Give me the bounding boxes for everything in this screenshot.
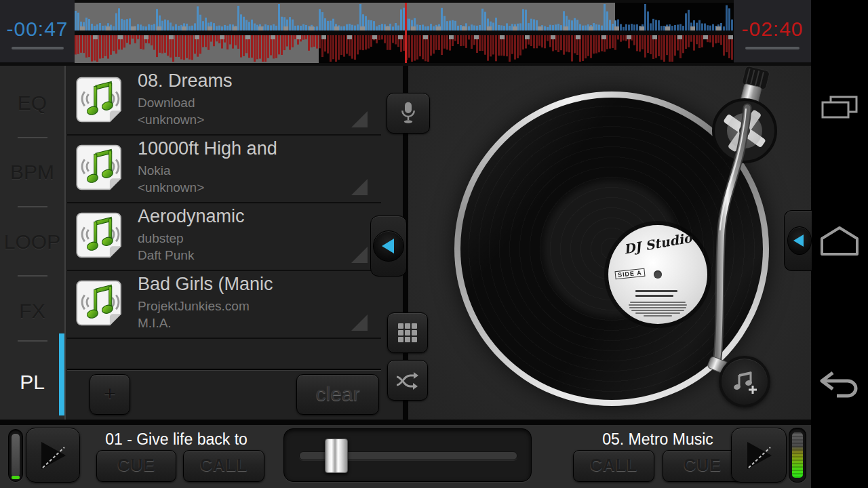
- recent-apps-button[interactable]: [811, 95, 868, 119]
- dj-app-screen: -00:47 -02:40 EQ BPM LOOP FX PL 08. Dre: [0, 0, 868, 488]
- sidebar-separator: [18, 275, 47, 277]
- crossfader-handle[interactable]: [325, 439, 348, 473]
- load-arrow-button[interactable]: [787, 226, 812, 255]
- sidebar-separator: [18, 340, 47, 342]
- track-title: Aerodynamic: [138, 206, 368, 227]
- turntable-deck: DJ Studio SIDE A: [408, 66, 811, 420]
- playlist-row[interactable]: 08. Dreams Download <unknown>: [67, 66, 381, 136]
- playlist-row[interactable]: Bad Girls (Manic ProjektJunkies.com M.I.…: [67, 270, 381, 339]
- microphone-icon: [398, 101, 418, 125]
- label-tracklist-line: [635, 295, 673, 297]
- label-tracklist-line: [635, 290, 677, 292]
- deck-b-call-button[interactable]: CALL: [573, 450, 654, 482]
- record-label: DJ Studio SIDE A: [608, 225, 707, 324]
- waveform-bar: -00:47 -02:40: [0, 0, 811, 66]
- playlist-toolbar-divider: [67, 369, 381, 370]
- back-icon: [818, 371, 861, 403]
- vu-level: [12, 476, 20, 479]
- load-arrow-button[interactable]: [373, 230, 404, 262]
- label-fineprint-line: [631, 310, 684, 311]
- vu-level: [792, 432, 803, 478]
- home-icon: [819, 225, 860, 256]
- horizontal-divider: [0, 420, 811, 425]
- deck-b-vu-meter: [789, 428, 806, 483]
- tab-loop[interactable]: LOOP: [0, 230, 64, 253]
- vinyl-record[interactable]: DJ Studio SIDE A: [454, 92, 769, 406]
- playlist-row[interactable]: 10000ft High and Nokia <unknown>: [67, 134, 381, 203]
- label-fineprint-line: [629, 304, 687, 306]
- album-art-music-note-icon: [75, 75, 125, 125]
- recent-apps-icon: [821, 95, 859, 119]
- grid-icon: [397, 322, 418, 344]
- music-note-plus-icon: [730, 367, 759, 396]
- track-album: Nokia: [138, 163, 368, 178]
- deck-a-vu-meter: [8, 429, 23, 482]
- sidebar-separator: [18, 206, 47, 207]
- deck-a-call-button[interactable]: CALL: [183, 450, 264, 482]
- album-art-music-note-icon: [75, 210, 125, 260]
- tab-bpm[interactable]: BPM: [0, 161, 64, 184]
- deck-a-remaining-time: -00:47: [0, 18, 75, 41]
- shuffle-button[interactable]: [387, 360, 428, 401]
- row-drag-grip[interactable]: [351, 179, 368, 195]
- track-title: 08. Dreams: [138, 70, 368, 92]
- load-to-deck-tab-right[interactable]: [784, 210, 812, 271]
- deck-b-track-title: 05. Metro Music: [573, 430, 743, 449]
- main-area: EQ BPM LOOP FX PL 08. Dreams Download <u…: [0, 66, 811, 420]
- add-track-button[interactable]: +: [90, 374, 130, 415]
- deck-b-play-button[interactable]: [731, 428, 787, 483]
- deck-b-time-panel: -02:40: [734, 0, 811, 62]
- load-track-to-deck-button[interactable]: [719, 356, 770, 407]
- deck-a-cue-button[interactable]: CUE: [96, 450, 176, 482]
- row-drag-grip[interactable]: [351, 314, 368, 331]
- album-art-music-note-icon: [75, 142, 125, 192]
- track-artist: M.I.A.: [138, 316, 368, 331]
- clear-playlist-button[interactable]: clear: [296, 374, 379, 415]
- play-icon: [743, 439, 774, 472]
- spindle-hole: [654, 270, 662, 279]
- dual-waveform-display[interactable]: [75, 3, 734, 63]
- album-art-music-note-icon: [75, 278, 125, 328]
- deck-a-time-panel: -00:47: [0, 0, 75, 62]
- deck-a-play-button[interactable]: [26, 428, 80, 483]
- shuffle-icon: [395, 370, 420, 390]
- tab-eq[interactable]: EQ: [0, 92, 64, 115]
- track-title: Bad Girls (Manic: [138, 274, 368, 295]
- label-fineprint-line: [629, 307, 686, 308]
- deck-a-track-title: 01 - Give life back to: [75, 430, 278, 449]
- arrow-left-icon: [382, 239, 394, 253]
- record-side-stamp: SIDE A: [614, 268, 645, 279]
- home-button[interactable]: [811, 225, 868, 256]
- playlist-panel: 08. Dreams Download <unknown> 10000ft Hi…: [64, 66, 404, 420]
- label-fineprint-line: [635, 312, 680, 314]
- microphone-button[interactable]: [387, 93, 430, 134]
- arrow-left-icon: [793, 235, 804, 247]
- vu-track: [12, 434, 20, 477]
- sampler-pads-button[interactable]: [387, 312, 428, 353]
- tab-pl[interactable]: PL: [0, 371, 64, 394]
- back-button[interactable]: [811, 371, 868, 403]
- track-title: 10000ft High and: [138, 138, 368, 159]
- playlist-row[interactable]: Aerodynamic dubstep Daft Punk: [67, 202, 381, 271]
- load-to-left-deck-tab[interactable]: [370, 216, 407, 277]
- track-artist: Daft Punk: [138, 248, 368, 263]
- track-album: ProjektJunkies.com: [138, 299, 368, 314]
- label-fineprint-line: [644, 315, 672, 317]
- sidebar: EQ BPM LOOP FX PL: [0, 66, 66, 420]
- track-album: dubstep: [138, 231, 368, 246]
- android-nav-bar: [811, 0, 868, 488]
- row-drag-grip[interactable]: [351, 111, 368, 127]
- crossfader[interactable]: [283, 428, 532, 482]
- row-drag-grip[interactable]: [351, 247, 368, 263]
- label-fineprint-line: [630, 302, 686, 303]
- transport-bar: 01 - Give life back to CUE CALL 05. Metr…: [0, 425, 811, 488]
- play-icon: [37, 439, 68, 472]
- tab-fx[interactable]: FX: [0, 300, 64, 323]
- sidebar-separator: [18, 137, 47, 138]
- deck-b-remaining-time: -02:40: [734, 18, 811, 41]
- deck-b-time-underline: [745, 47, 800, 49]
- track-album: Download: [138, 96, 368, 110]
- track-artist: <unknown>: [138, 180, 368, 195]
- deck-a-time-underline: [12, 47, 64, 49]
- track-artist: <unknown>: [138, 113, 368, 127]
